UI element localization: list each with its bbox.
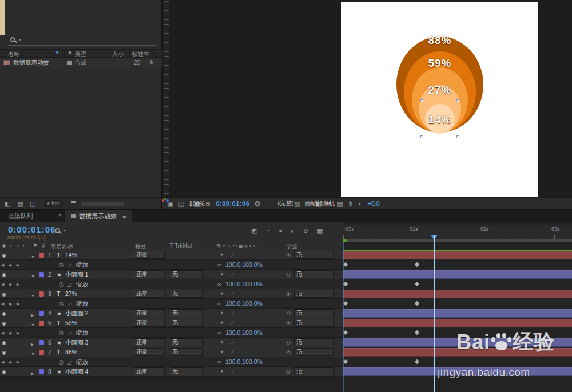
layer-duration-bar[interactable] (343, 348, 572, 357)
snapshot-camera-icon[interactable]: ✪ (255, 200, 260, 207)
label-column-icon[interactable]: ⚑ (67, 50, 72, 56)
property-row[interactable]: ◀ ◆ ▶◷◿缩放∞100.0,100.0% (0, 279, 572, 289)
trkmat-dropdown[interactable]: 无▾ (170, 309, 203, 317)
trkmat-dropdown[interactable]: 无▾ (170, 319, 203, 327)
keyframe-navigator[interactable]: ◀ ◆ ▶ (1, 360, 21, 365)
lock-column-icon[interactable]: ▪ (22, 243, 24, 249)
layer-duration-track[interactable] (343, 309, 572, 318)
layer-name[interactable]: 小圆圈 1 (65, 271, 88, 278)
keyframe-icon[interactable] (343, 282, 348, 286)
parent-pickwhip-icon[interactable]: ◎ (286, 349, 291, 355)
mode-dropdown[interactable]: 正常▾ (134, 290, 165, 298)
keyframe-icon[interactable] (415, 282, 419, 286)
interpret-footage-icon[interactable]: ◧ (5, 200, 10, 207)
graph-toggle-icon[interactable]: ◿ (67, 301, 72, 308)
visibility-toggle-icon[interactable]: ◉ (2, 339, 6, 347)
chart-icon[interactable]: ▦ (317, 227, 323, 234)
layer-row[interactable]: ◉▶6★小圆圈 3正常▾无▾✦ ∕◎无▾ (0, 338, 572, 347)
layer-expander[interactable]: ▶ (31, 370, 34, 377)
layer-switches[interactable]: ✦ ∕ (220, 339, 237, 345)
transparency-grid-icon[interactable]: ▨ (294, 200, 300, 207)
dimension-link-icon[interactable]: ∞ (217, 358, 222, 366)
property-track[interactable] (343, 299, 572, 309)
layer-switches[interactable]: ✦ ∕ (220, 271, 237, 277)
mode-dropdown[interactable]: 正常▾ (134, 319, 165, 327)
property-name[interactable]: 缩放 (76, 281, 88, 288)
layer-duration-bar[interactable] (343, 251, 572, 259)
label-color-chip[interactable] (39, 253, 44, 258)
dimension-link-icon[interactable]: ∞ (217, 261, 222, 269)
frame-blending-icon[interactable]: ≈ (279, 227, 282, 234)
composition-canvas[interactable]: 88%59%27%14% (341, 2, 538, 197)
exposure-icon[interactable]: ◐ (359, 200, 363, 207)
close-tab-icon[interactable]: × (58, 211, 62, 218)
audio-column-icon[interactable]: ♪ (9, 243, 12, 249)
visibility-toggle-icon[interactable]: ◉ (2, 369, 6, 376)
property-value[interactable]: 100.0,100.0% (225, 358, 263, 366)
keyframe-icon[interactable] (415, 262, 419, 267)
keyframe-navigator[interactable]: ◀ ◆ ▶ (1, 263, 21, 267)
keyframe-icon[interactable] (343, 301, 348, 306)
layer-row[interactable]: ◉▼1T14%正常▾✦ ∕◎无▾ (0, 250, 572, 260)
label-color-chip[interactable] (39, 291, 44, 297)
keyframe-navigator[interactable]: ◀ ◆ ▶ (1, 331, 21, 335)
visibility-toggle-icon[interactable]: ◉ (2, 320, 6, 327)
layer-duration-track[interactable] (343, 347, 572, 357)
playhead-line[interactable] (434, 235, 435, 392)
stopwatch-icon[interactable]: ◷ (59, 281, 64, 288)
graph-toggle-icon[interactable]: ◿ (67, 262, 72, 269)
selection-handle[interactable] (456, 135, 459, 138)
layer-duration-bar[interactable] (343, 338, 572, 347)
trash-icon[interactable] (71, 201, 76, 206)
mask-visibility-icon[interactable]: ⊕ (205, 200, 210, 207)
keyframe-navigator[interactable]: ◀ ◆ ▶ (1, 282, 21, 287)
property-value[interactable]: 100.0,100.0% (225, 281, 263, 288)
tab-render-queue[interactable]: 渲染队列 (0, 210, 41, 222)
layer-row[interactable]: ◉▼5T59%正常▾无▾✦ ∕◎无▾ (0, 318, 572, 328)
property-track[interactable] (343, 357, 572, 367)
selection-handle[interactable] (420, 135, 423, 138)
panel-slider[interactable] (81, 202, 124, 206)
visibility-toggle-icon[interactable]: ◉ (2, 310, 6, 318)
keyframe-icon[interactable] (415, 330, 419, 335)
current-timecode[interactable]: 0:00:01:06 (8, 225, 55, 234)
column-fps[interactable]: 帧速率 (132, 50, 149, 58)
sort-arrow-icon[interactable]: ▼ (55, 50, 59, 55)
layer-switches[interactable]: ✦ ∕ (220, 291, 237, 297)
bit-depth-button[interactable]: 8 bpc (43, 200, 64, 207)
stopwatch-icon[interactable]: ◷ (59, 261, 64, 269)
parent-dropdown[interactable]: 无▾ (294, 348, 334, 356)
new-composition-icon[interactable]: ◫ (30, 200, 35, 207)
keyframe-icon[interactable] (343, 262, 348, 267)
layer-selection-box[interactable] (422, 101, 458, 137)
layer-switches[interactable]: ✦ ∕ (220, 320, 237, 326)
column-mode[interactable]: 模式 (135, 243, 146, 251)
property-value[interactable]: 100.0,100.0% (225, 329, 263, 337)
parent-pickwhip-icon[interactable]: ◎ (286, 320, 291, 326)
stopwatch-icon[interactable]: ◷ (59, 300, 64, 307)
layer-duration-bar[interactable] (343, 309, 572, 318)
mode-dropdown[interactable]: 正常▾ (134, 367, 165, 375)
timeline-button-icon[interactable]: ▤ (337, 200, 343, 207)
graph-editor-icon[interactable]: ⊘ (303, 227, 308, 234)
parent-pickwhip-icon[interactable]: ◎ (286, 291, 291, 297)
exposure-value[interactable]: +0.0 (367, 200, 380, 207)
label-color-chip[interactable] (39, 369, 44, 374)
layer-duration-track[interactable] (343, 338, 572, 347)
eye-column-icon[interactable]: ◉ (2, 243, 6, 249)
property-name[interactable]: 缩放 (76, 300, 88, 307)
label-color-chip[interactable] (39, 272, 44, 277)
mode-dropdown[interactable]: 正常▾ (134, 309, 165, 317)
column-layer-name[interactable]: 图层名称 (50, 243, 73, 251)
layer-row[interactable]: ◉▼7T88%正常▾无▾✦ ∕◎无▾ (0, 347, 572, 357)
layer-row[interactable]: ◉▶4★小圆圈 2正常▾无▾✦ ∕◎无▾ (0, 309, 572, 318)
snapshot-icon[interactable]: ▣ (167, 200, 173, 207)
layer-duration-track[interactable] (343, 318, 572, 328)
shy-layers-icon[interactable]: ◔ (266, 227, 270, 234)
project-search-input[interactable] (7, 38, 156, 46)
mode-dropdown[interactable]: 正常▾ (134, 348, 165, 356)
label-color-chip[interactable] (39, 350, 44, 355)
visibility-toggle-icon[interactable]: ◉ (2, 349, 6, 357)
parent-pickwhip-icon[interactable]: ◎ (286, 310, 291, 316)
trkmat-dropdown[interactable]: 无▾ (170, 290, 203, 298)
